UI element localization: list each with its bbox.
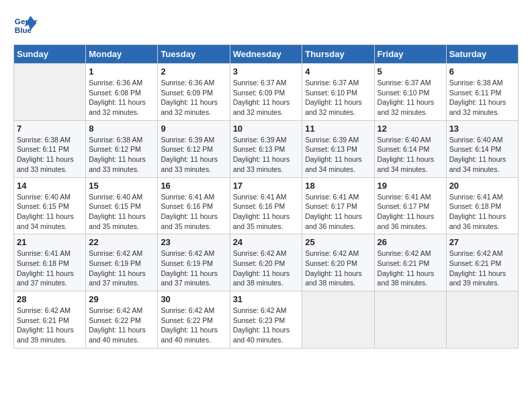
day-number: 10 bbox=[233, 124, 300, 134]
day-info: Sunrise: 6:42 AM Sunset: 6:19 PM Dayligh… bbox=[89, 248, 154, 288]
day-number: 1 bbox=[89, 66, 154, 77]
day-number: 26 bbox=[378, 237, 443, 247]
day-number: 25 bbox=[305, 237, 371, 247]
day-info: Sunrise: 6:39 AM Sunset: 6:13 PM Dayligh… bbox=[233, 135, 300, 175]
page-header: GeneralBlue bbox=[13, 13, 519, 38]
calendar-header-row: SundayMondayTuesdayWednesdayThursdayFrid… bbox=[14, 45, 519, 64]
calendar-cell: 6Sunrise: 6:38 AM Sunset: 6:11 PM Daylig… bbox=[446, 64, 518, 121]
calendar-cell: 5Sunrise: 6:37 AM Sunset: 6:10 PM Daylig… bbox=[374, 64, 446, 121]
day-number: 2 bbox=[161, 66, 226, 77]
calendar-cell: 3Sunrise: 6:37 AM Sunset: 6:09 PM Daylig… bbox=[230, 64, 302, 121]
day-number: 18 bbox=[305, 181, 371, 191]
week-row-4: 21Sunrise: 6:41 AM Sunset: 6:18 PM Dayli… bbox=[14, 234, 519, 291]
day-info: Sunrise: 6:36 AM Sunset: 6:08 PM Dayligh… bbox=[89, 78, 154, 118]
day-number: 24 bbox=[233, 237, 300, 247]
day-number: 5 bbox=[378, 66, 443, 77]
calendar-cell: 15Sunrise: 6:40 AM Sunset: 6:15 PM Dayli… bbox=[86, 177, 158, 234]
header-tuesday: Tuesday bbox=[158, 45, 230, 64]
calendar-cell: 12Sunrise: 6:40 AM Sunset: 6:14 PM Dayli… bbox=[374, 120, 446, 177]
day-number: 27 bbox=[449, 237, 515, 247]
calendar-cell: 14Sunrise: 6:40 AM Sunset: 6:15 PM Dayli… bbox=[14, 177, 86, 234]
calendar-cell: 2Sunrise: 6:36 AM Sunset: 6:09 PM Daylig… bbox=[158, 64, 230, 121]
calendar-cell: 4Sunrise: 6:37 AM Sunset: 6:10 PM Daylig… bbox=[302, 64, 374, 121]
day-number: 16 bbox=[161, 181, 226, 191]
day-number: 28 bbox=[17, 294, 83, 304]
day-number: 31 bbox=[233, 294, 300, 304]
day-info: Sunrise: 6:36 AM Sunset: 6:09 PM Dayligh… bbox=[161, 78, 226, 118]
calendar-table: SundayMondayTuesdayWednesdayThursdayFrid… bbox=[13, 44, 519, 349]
day-number: 13 bbox=[449, 124, 515, 134]
day-number: 19 bbox=[378, 181, 443, 191]
day-number: 30 bbox=[161, 294, 226, 304]
day-info: Sunrise: 6:38 AM Sunset: 6:11 PM Dayligh… bbox=[17, 135, 83, 175]
day-info: Sunrise: 6:40 AM Sunset: 6:15 PM Dayligh… bbox=[89, 192, 154, 232]
calendar-cell bbox=[374, 291, 446, 349]
calendar-cell: 17Sunrise: 6:41 AM Sunset: 6:16 PM Dayli… bbox=[230, 177, 302, 234]
calendar-cell bbox=[446, 291, 518, 349]
header-wednesday: Wednesday bbox=[230, 45, 302, 64]
calendar-cell: 9Sunrise: 6:39 AM Sunset: 6:12 PM Daylig… bbox=[158, 120, 230, 177]
day-number: 23 bbox=[161, 237, 226, 247]
day-info: Sunrise: 6:42 AM Sunset: 6:21 PM Dayligh… bbox=[17, 306, 83, 345]
day-info: Sunrise: 6:40 AM Sunset: 6:15 PM Dayligh… bbox=[17, 192, 83, 232]
calendar-cell: 11Sunrise: 6:39 AM Sunset: 6:13 PM Dayli… bbox=[302, 120, 374, 177]
week-row-3: 14Sunrise: 6:40 AM Sunset: 6:15 PM Dayli… bbox=[14, 177, 519, 234]
day-number: 15 bbox=[89, 181, 154, 191]
calendar-cell: 20Sunrise: 6:41 AM Sunset: 6:18 PM Dayli… bbox=[446, 177, 518, 234]
day-info: Sunrise: 6:37 AM Sunset: 6:10 PM Dayligh… bbox=[378, 78, 443, 118]
day-info: Sunrise: 6:38 AM Sunset: 6:12 PM Dayligh… bbox=[89, 135, 154, 175]
day-info: Sunrise: 6:41 AM Sunset: 6:18 PM Dayligh… bbox=[449, 192, 515, 232]
header-saturday: Saturday bbox=[446, 45, 518, 64]
calendar-cell: 16Sunrise: 6:41 AM Sunset: 6:16 PM Dayli… bbox=[158, 177, 230, 234]
day-number: 11 bbox=[305, 124, 371, 134]
calendar-cell: 13Sunrise: 6:40 AM Sunset: 6:14 PM Dayli… bbox=[446, 120, 518, 177]
day-info: Sunrise: 6:42 AM Sunset: 6:21 PM Dayligh… bbox=[449, 248, 515, 288]
day-info: Sunrise: 6:40 AM Sunset: 6:14 PM Dayligh… bbox=[449, 135, 515, 175]
day-number: 17 bbox=[233, 181, 300, 191]
day-info: Sunrise: 6:41 AM Sunset: 6:16 PM Dayligh… bbox=[233, 192, 300, 232]
day-info: Sunrise: 6:42 AM Sunset: 6:22 PM Dayligh… bbox=[89, 306, 154, 345]
day-number: 6 bbox=[449, 66, 515, 77]
calendar-cell bbox=[302, 291, 374, 349]
day-number: 4 bbox=[305, 66, 371, 77]
calendar-cell: 1Sunrise: 6:36 AM Sunset: 6:08 PM Daylig… bbox=[86, 64, 158, 121]
calendar-cell: 21Sunrise: 6:41 AM Sunset: 6:18 PM Dayli… bbox=[14, 234, 86, 291]
calendar-cell: 18Sunrise: 6:41 AM Sunset: 6:17 PM Dayli… bbox=[302, 177, 374, 234]
calendar-cell: 27Sunrise: 6:42 AM Sunset: 6:21 PM Dayli… bbox=[446, 234, 518, 291]
day-number: 21 bbox=[17, 237, 83, 247]
day-info: Sunrise: 6:42 AM Sunset: 6:21 PM Dayligh… bbox=[378, 248, 443, 288]
day-number: 20 bbox=[449, 181, 515, 191]
logo-icon: GeneralBlue bbox=[13, 13, 38, 38]
header-monday: Monday bbox=[86, 45, 158, 64]
day-info: Sunrise: 6:42 AM Sunset: 6:20 PM Dayligh… bbox=[233, 248, 300, 288]
calendar-cell: 24Sunrise: 6:42 AM Sunset: 6:20 PM Dayli… bbox=[230, 234, 302, 291]
calendar-cell: 8Sunrise: 6:38 AM Sunset: 6:12 PM Daylig… bbox=[86, 120, 158, 177]
day-info: Sunrise: 6:37 AM Sunset: 6:09 PM Dayligh… bbox=[233, 78, 300, 118]
calendar-cell bbox=[14, 64, 86, 121]
calendar-cell: 19Sunrise: 6:41 AM Sunset: 6:17 PM Dayli… bbox=[374, 177, 446, 234]
day-info: Sunrise: 6:39 AM Sunset: 6:13 PM Dayligh… bbox=[305, 135, 371, 175]
day-number: 12 bbox=[378, 124, 443, 134]
day-info: Sunrise: 6:41 AM Sunset: 6:17 PM Dayligh… bbox=[305, 192, 371, 232]
day-info: Sunrise: 6:38 AM Sunset: 6:11 PM Dayligh… bbox=[449, 78, 515, 118]
day-info: Sunrise: 6:42 AM Sunset: 6:19 PM Dayligh… bbox=[161, 248, 226, 288]
calendar-cell: 25Sunrise: 6:42 AM Sunset: 6:20 PM Dayli… bbox=[302, 234, 374, 291]
calendar-cell: 7Sunrise: 6:38 AM Sunset: 6:11 PM Daylig… bbox=[14, 120, 86, 177]
day-number: 8 bbox=[89, 124, 154, 134]
calendar-cell: 23Sunrise: 6:42 AM Sunset: 6:19 PM Dayli… bbox=[158, 234, 230, 291]
day-info: Sunrise: 6:41 AM Sunset: 6:17 PM Dayligh… bbox=[378, 192, 443, 232]
calendar-cell: 22Sunrise: 6:42 AM Sunset: 6:19 PM Dayli… bbox=[86, 234, 158, 291]
day-number: 3 bbox=[233, 66, 300, 77]
header-friday: Friday bbox=[374, 45, 446, 64]
day-info: Sunrise: 6:40 AM Sunset: 6:14 PM Dayligh… bbox=[378, 135, 443, 175]
day-info: Sunrise: 6:42 AM Sunset: 6:22 PM Dayligh… bbox=[161, 306, 226, 345]
calendar-cell: 30Sunrise: 6:42 AM Sunset: 6:22 PM Dayli… bbox=[158, 291, 230, 349]
header-sunday: Sunday bbox=[14, 45, 86, 64]
calendar-cell: 28Sunrise: 6:42 AM Sunset: 6:21 PM Dayli… bbox=[14, 291, 86, 349]
day-number: 9 bbox=[161, 124, 226, 134]
day-number: 22 bbox=[89, 237, 154, 247]
calendar-cell: 26Sunrise: 6:42 AM Sunset: 6:21 PM Dayli… bbox=[374, 234, 446, 291]
day-number: 7 bbox=[17, 124, 83, 134]
day-info: Sunrise: 6:42 AM Sunset: 6:23 PM Dayligh… bbox=[233, 306, 300, 345]
day-info: Sunrise: 6:37 AM Sunset: 6:10 PM Dayligh… bbox=[305, 78, 371, 118]
